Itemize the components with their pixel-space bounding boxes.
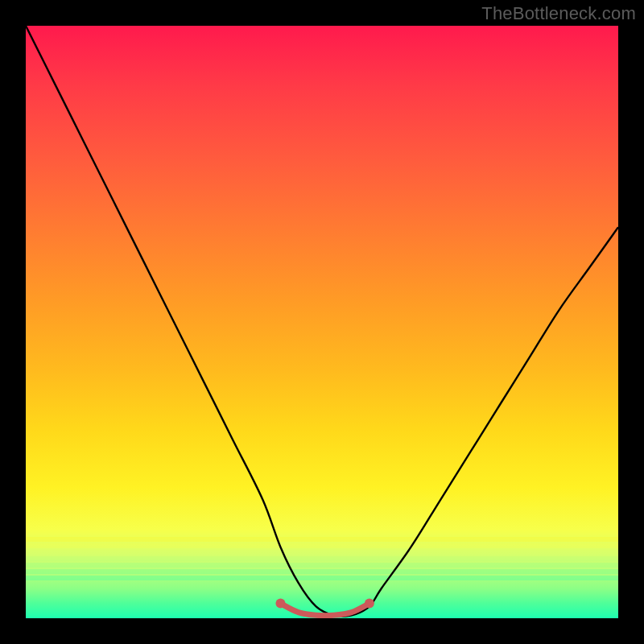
optimal-dot-left [275, 599, 285, 609]
bottleneck-curve [26, 26, 618, 617]
curve-layer [26, 26, 618, 618]
optimal-dot-right [365, 599, 374, 609]
plot-area [26, 26, 618, 618]
chart-frame: TheBottleneck.com [0, 0, 644, 644]
watermark-text: TheBottleneck.com [481, 3, 636, 24]
